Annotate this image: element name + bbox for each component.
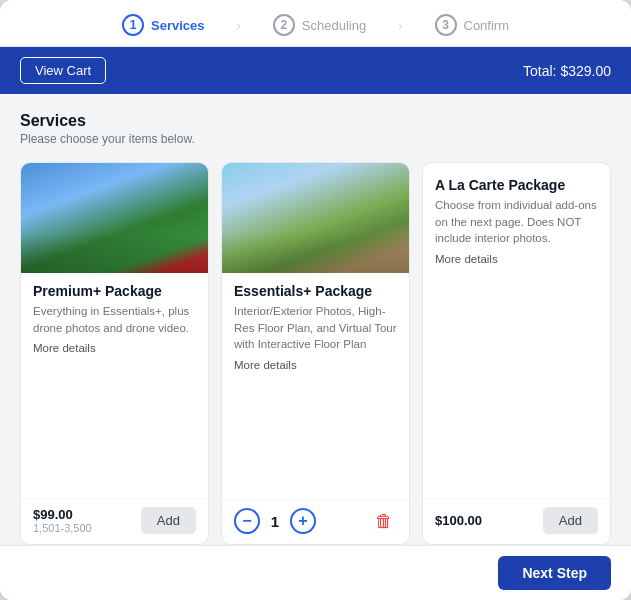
step-3-label: Confirm	[464, 18, 510, 33]
step-2-circle: 2	[273, 14, 295, 36]
card-premium: Premium+ Package Everything in Essential…	[20, 162, 209, 545]
card-premium-image	[21, 163, 208, 273]
qty-increment-button[interactable]: +	[290, 508, 316, 534]
card-essentials-image	[222, 163, 409, 273]
step-sep-1: ›	[236, 18, 240, 33]
card-premium-title: Premium+ Package	[33, 283, 196, 299]
step-scheduling: 2 Scheduling	[273, 14, 366, 36]
step-3-circle: 3	[435, 14, 457, 36]
card-alacarte-desc: Choose from individual add-ons on the ne…	[435, 197, 598, 247]
toolbar: View Cart Total: $329.00	[0, 47, 631, 94]
card-essentials-body: Essentials+ Package Interior/Exterior Ph…	[222, 273, 409, 495]
card-premium-price-block: $99.00 1,501-3,500	[33, 507, 92, 534]
card-essentials: Essentials+ Package Interior/Exterior Ph…	[221, 162, 410, 545]
card-premium-price: $99.00	[33, 507, 92, 522]
step-1-circle: 1	[122, 14, 144, 36]
step-services: 1 Services	[122, 14, 205, 36]
card-premium-footer: $99.00 1,501-3,500 Add	[21, 498, 208, 544]
card-alacarte-body: A La Carte Package Choose from individua…	[423, 163, 610, 494]
card-alacarte-footer: $100.00 Add	[423, 498, 610, 544]
step-2-label: Scheduling	[302, 18, 366, 33]
card-essentials-footer: − 1 + 🗑	[222, 499, 409, 544]
next-step-button[interactable]: Next Step	[498, 556, 611, 590]
card-essentials-delete-button[interactable]: 🗑	[371, 509, 397, 534]
card-premium-more-details[interactable]: More details	[33, 342, 196, 362]
card-alacarte-more-details[interactable]: More details	[435, 253, 598, 273]
card-alacarte: A La Carte Package Choose from individua…	[422, 162, 611, 545]
card-alacarte-add-button[interactable]: Add	[543, 507, 598, 534]
toolbar-total: Total: $329.00	[523, 63, 611, 79]
card-premium-desc: Everything in Essentials+, plus drone ph…	[33, 303, 196, 336]
cards-row: Premium+ Package Everything in Essential…	[20, 162, 611, 545]
section-subtitle: Please choose your items below.	[20, 132, 611, 146]
card-premium-body: Premium+ Package Everything in Essential…	[21, 273, 208, 494]
card-alacarte-price: $100.00	[435, 513, 482, 528]
card-essentials-title: Essentials+ Package	[234, 283, 397, 299]
card-alacarte-title: A La Carte Package	[435, 177, 598, 193]
card-premium-add-button[interactable]: Add	[141, 507, 196, 534]
card-essentials-more-details[interactable]: More details	[234, 359, 397, 379]
main-content: Services Please choose your items below.…	[0, 94, 631, 545]
modal-container: 1 Services › 2 Scheduling › 3 Confirm Vi…	[0, 0, 631, 600]
card-essentials-desc: Interior/Exterior Photos, High-Res Floor…	[234, 303, 397, 353]
step-1-label: Services	[151, 18, 205, 33]
step-confirm: 3 Confirm	[435, 14, 510, 36]
footer-bar: Next Step	[0, 545, 631, 600]
view-cart-button[interactable]: View Cart	[20, 57, 106, 84]
step-sep-2: ›	[398, 18, 402, 33]
quantity-control: − 1 +	[234, 508, 316, 534]
card-premium-price-sub: 1,501-3,500	[33, 522, 92, 534]
qty-value: 1	[268, 513, 282, 530]
section-title: Services	[20, 112, 611, 130]
stepper: 1 Services › 2 Scheduling › 3 Confirm	[0, 0, 631, 47]
qty-decrement-button[interactable]: −	[234, 508, 260, 534]
